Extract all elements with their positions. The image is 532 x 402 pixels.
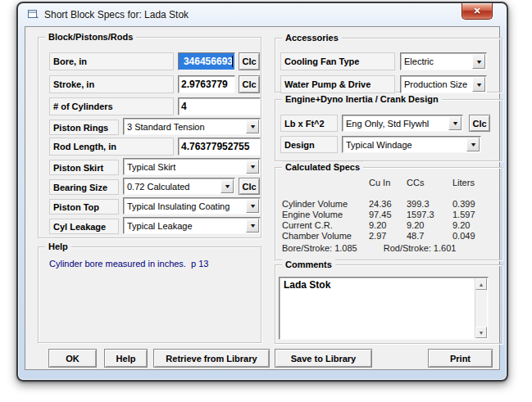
lbft2-select[interactable]: Eng Only, Std Flywhl ▼	[342, 115, 463, 132]
piston-rings-dropdown-button[interactable]: ▼	[246, 120, 259, 133]
lbft2-label: Lb x Ft^2	[280, 115, 338, 132]
save-to-library-button[interactable]: Save to Library	[275, 349, 372, 368]
group-accessories: Accessories Cooling Fan Type Electric ▼ …	[275, 38, 502, 93]
scroll-up-button[interactable]: ▲	[475, 278, 487, 290]
cooling-fan-dropdown-button[interactable]: ▼	[472, 54, 485, 69]
design-select[interactable]: Typical Windage ▼	[342, 136, 481, 153]
design-dropdown-button[interactable]: ▼	[466, 138, 480, 151]
piston-rings-select[interactable]: 3 Standard Tension ▼	[123, 118, 261, 135]
group-calculated-specs: Calculated Specs Cu In CCs Liters Cylind…	[275, 167, 502, 260]
design-label: Design	[280, 136, 338, 153]
print-button[interactable]: Print	[428, 349, 493, 368]
group-comments: Comments Lada Stok ▲ ▼	[275, 264, 502, 344]
col-header-ccs: CCs	[407, 178, 452, 188]
row-ccs: 9.20	[407, 220, 452, 231]
bore-selected-text: 346456693	[179, 53, 234, 70]
row-label: Engine Volume	[282, 210, 369, 220]
water-pump-label: Water Pump & Drive	[280, 75, 395, 93]
row-liters: 0.399	[452, 199, 498, 210]
chevron-down-icon: ▼	[475, 59, 482, 65]
lbft2-value: Eng Only, Std Flywhl	[346, 115, 448, 131]
ok-button[interactable]: OK	[48, 349, 97, 368]
inertia-clc-button[interactable]: Clc	[469, 115, 490, 132]
cyl-leakage-value: Typical Leakage	[127, 218, 245, 233]
group-title: Engine+Dyno Inertia / Crank Design	[282, 93, 442, 105]
piston-skirt-value: Typical Skirt	[127, 159, 245, 174]
bore-clc-button[interactable]: Clc	[239, 52, 260, 70]
bearing-size-value: 0.72 Calculated	[127, 178, 220, 194]
row-ccs: 399.3	[407, 199, 452, 210]
page: Short Block Specs for: Lada Stok ✕ Block…	[0, 0, 532, 402]
chevron-down-icon: ▼	[248, 223, 256, 228]
group-help: Help Cylinder bore measured in inches. p…	[38, 246, 261, 343]
bearing-size-select[interactable]: 0.72 Calculated ▼	[123, 178, 235, 195]
group-title: Accessories	[282, 32, 342, 43]
close-button[interactable]: ✕	[462, 3, 493, 20]
cyl-leakage-label: Cyl Leakage	[49, 219, 119, 234]
col-header-spacer	[282, 178, 369, 188]
group-inertia-crank: Engine+Dyno Inertia / Crank Design Lb x …	[275, 99, 502, 161]
help-button[interactable]: Help	[104, 349, 148, 368]
rod-length-input[interactable]: 4.76377952755	[178, 138, 261, 156]
row-cuin: 9.20	[369, 220, 407, 231]
dialog-window: Short Block Specs for: Lada Stok ✕ Block…	[16, 2, 508, 382]
bearing-size-dropdown-button[interactable]: ▼	[221, 179, 234, 193]
close-icon: ✕	[473, 7, 480, 16]
row-liters: 1.597	[452, 210, 498, 220]
comments-textarea[interactable]: Lada Stok	[281, 278, 474, 338]
lbft2-dropdown-button[interactable]: ▼	[448, 116, 462, 130]
cyl-leakage-select[interactable]: Typical Leakage ▼	[123, 217, 261, 234]
water-pump-dropdown-button[interactable]: ▼	[472, 77, 485, 92]
chevron-down-icon: ▼	[475, 82, 482, 88]
cooling-fan-value: Electric	[404, 53, 471, 70]
bore-stroke-ratio: Bore/Stroke: 1.085	[282, 243, 357, 253]
stroke-label: Stroke, in	[49, 75, 174, 93]
piston-top-dropdown-button[interactable]: ▼	[246, 199, 259, 213]
scroll-down-button[interactable]: ▼	[475, 327, 487, 338]
stroke-clc-button[interactable]: Clc	[239, 75, 260, 93]
cyl-leakage-dropdown-button[interactable]: ▼	[246, 219, 259, 233]
chevron-down-icon: ▼	[469, 142, 476, 147]
comments-box: Lada Stok ▲ ▼	[279, 277, 489, 340]
bore-label: Bore, in	[49, 52, 174, 70]
group-title: Calculated Specs	[282, 161, 363, 173]
group-title: Help	[45, 241, 71, 252]
piston-skirt-dropdown-button[interactable]: ▼	[246, 160, 259, 174]
group-title: Comments	[282, 259, 335, 270]
rod-stroke-ratio: Rod/Stroke: 1.601	[384, 243, 457, 253]
chevron-down-icon: ▼	[451, 120, 458, 126]
row-label: Chamber Volume	[282, 231, 369, 242]
ratio-footer: Bore/Stroke: 1.085 Rod/Stroke: 1.601	[282, 243, 456, 253]
row-cuin: 24.36	[369, 199, 407, 210]
cylinders-input[interactable]: 4	[178, 97, 261, 115]
cooling-fan-label: Cooling Fan Type	[280, 52, 395, 70]
chevron-down-icon: ▼	[248, 203, 256, 209]
cooling-fan-select[interactable]: Electric ▼	[400, 52, 487, 70]
bearing-clc-button[interactable]: Clc	[239, 178, 260, 195]
row-ccs: 1597.3	[407, 210, 452, 220]
rod-length-label: Rod Length, in	[49, 138, 174, 156]
window-icon	[27, 9, 39, 20]
piston-skirt-select[interactable]: Typical Skirt ▼	[123, 158, 261, 175]
piston-top-select[interactable]: Typical Insulating Coating ▼	[123, 197, 261, 215]
comments-scrollbar[interactable]: ▲ ▼	[475, 278, 487, 338]
retrieve-from-library-button[interactable]: Retrieve from Library	[153, 349, 270, 368]
piston-top-label: Piston Top	[49, 199, 119, 215]
bearing-size-label: Bearing Size	[49, 179, 119, 195]
design-value: Typical Windage	[346, 137, 466, 152]
table-spacer	[282, 188, 498, 196]
piston-top-value: Typical Insulating Coating	[127, 198, 245, 214]
water-pump-value: Production Size	[404, 76, 471, 93]
row-ccs: 48.7	[407, 231, 452, 242]
col-header-liters: Liters	[452, 178, 498, 188]
window-title: Short Block Specs for: Lada Stok	[44, 9, 189, 20]
piston-rings-value: 3 Standard Tension	[127, 119, 245, 134]
help-text: Cylinder bore measured in inches. p 13	[49, 259, 208, 269]
row-label: Current C.R.	[282, 220, 369, 231]
bore-input[interactable]: 346456693	[178, 52, 235, 70]
stroke-input[interactable]: 2.9763779	[178, 75, 235, 93]
water-pump-select[interactable]: Production Size ▼	[400, 75, 487, 93]
row-cuin: 97.45	[369, 210, 407, 220]
title-bar[interactable]: Short Block Specs for: Lada Stok ✕	[18, 3, 507, 26]
piston-skirt-label: Piston Skirt	[49, 160, 119, 175]
